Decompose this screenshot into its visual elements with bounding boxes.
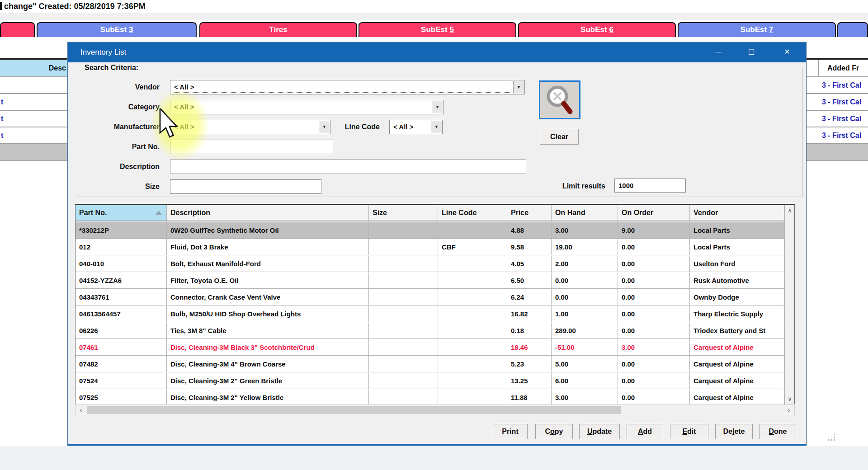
table-row[interactable]: 04152-YZZA6Filter, Toyota O.E. Oil6.500.… [75, 273, 784, 289]
column-header-description[interactable]: Description [167, 205, 369, 221]
cell-part-no-: 07525 [75, 390, 167, 406]
limit-results-input[interactable] [614, 179, 686, 193]
grid-header-row: Part No.DescriptionSizeLine CodePriceOn … [75, 205, 784, 221]
dialog-title: Inventory List [80, 42, 126, 62]
background-row-added-from[interactable]: 3 - First Cal [807, 111, 868, 127]
cell-on-hand: 3.00 [552, 222, 618, 239]
scroll-up-icon[interactable]: ∧ [785, 205, 795, 216]
vendor-combobox[interactable]: < All > ▼ [170, 80, 525, 94]
cell-vendor: Triodex Battery and St [690, 323, 784, 339]
tab-tires[interactable]: Tires [199, 22, 357, 37]
edit-button[interactable]: Edit [670, 424, 708, 439]
background-row-added-from[interactable]: 3 - First Cal [807, 77, 868, 94]
column-header-price[interactable]: Price [507, 205, 552, 221]
table-row[interactable]: 07461Disc, Cleaning-3M Black 3" Scotchbr… [75, 339, 784, 356]
table-row[interactable]: 07525Disc, Cleaning-3M 2" Yellow Bristle… [75, 390, 784, 406]
cell-vendor: Carquest of Alpine [690, 356, 784, 372]
search-button[interactable] [539, 80, 580, 119]
cell-line-code [438, 390, 507, 406]
horizontal-scrollbar[interactable]: ‹ › [75, 404, 795, 415]
cell-description: Disc, Cleaning-3M Black 3" Scotchbrite/C… [167, 339, 369, 356]
cell-size [369, 256, 438, 272]
column-header-part-no-[interactable]: Part No. [75, 205, 167, 221]
cell-on-order: 3.00 [618, 339, 690, 356]
cell-on-order: 0.00 [618, 390, 690, 406]
background-row-added-from[interactable]: 3 - First Cal [807, 127, 868, 144]
cell-part-no-: 06226 [75, 323, 167, 339]
column-header-on-order[interactable]: On Order [618, 205, 690, 221]
scroll-down-icon[interactable]: ∨ [785, 394, 795, 404]
scroll-left-icon[interactable]: ‹ [75, 405, 86, 415]
column-header-vendor[interactable]: Vendor [690, 205, 784, 221]
cell-line-code [438, 289, 507, 306]
background-row-left [0, 77, 67, 94]
line-code-combobox[interactable]: < All > ▼ [389, 120, 443, 134]
cell-line-code: CBF [438, 239, 507, 255]
search-criteria-label: Search Criteria: [82, 64, 141, 72]
chevron-down-icon[interactable]: ▼ [431, 121, 442, 133]
cell-line-code [438, 356, 507, 372]
cell-vendor: Carquest of Alpine [690, 390, 784, 406]
cell-line-code [438, 256, 507, 272]
chevron-down-icon[interactable]: ▼ [432, 101, 443, 113]
close-icon[interactable]: ✕ [777, 42, 797, 62]
cell-vendor: Carquest of Alpine [690, 339, 784, 356]
background-row-added-from[interactable]: 3 - First Cal [807, 94, 868, 111]
column-header-on-hand[interactable]: On Hand [552, 205, 618, 221]
cell-vendor: Uselton Ford [690, 256, 784, 272]
vertical-scrollbar[interactable]: ∧ ∨ [784, 205, 794, 404]
done-button[interactable]: Done [760, 424, 796, 439]
scrollbar-thumb[interactable] [87, 406, 621, 414]
add-button[interactable]: Add [627, 424, 663, 439]
table-row[interactable]: 07482Disc, Cleaning-3M 4" Brown Coarse5.… [75, 356, 784, 373]
application-window: change" Created: 05/28/2019 7:36PM SubEs… [0, 0, 868, 470]
cell-line-code [438, 373, 507, 389]
cell-line-code [438, 339, 507, 356]
copy-button[interactable]: Copy [535, 424, 573, 439]
tab-fragment-left[interactable] [0, 22, 35, 37]
resize-grip[interactable] [828, 434, 835, 441]
cell-price: 5.23 [507, 356, 552, 372]
maximize-icon[interactable]: □ [741, 42, 762, 62]
tab-subest-6[interactable]: SubEst 6 [518, 22, 676, 37]
print-button[interactable]: Print [493, 424, 528, 439]
table-row[interactable]: 06226Ties, 3M 8" Cable0.18289.000.00Trio… [75, 323, 784, 339]
table-row[interactable]: 04613564457Bulb, M250/U HID Shop Overhea… [75, 306, 784, 323]
minimize-icon[interactable]: — [708, 42, 729, 62]
focus-rectangle [172, 82, 511, 93]
table-row[interactable]: 040-010Bolt, Exhaust Manifold-Ford4.052.… [75, 256, 784, 273]
column-header-size[interactable]: Size [369, 205, 438, 221]
cell-part-no-: 012 [75, 239, 167, 255]
category-combobox[interactable]: < All > ▼ [170, 100, 443, 114]
scroll-right-icon[interactable]: › [783, 405, 794, 415]
clear-button[interactable]: Clear [540, 129, 579, 145]
cell-price: 16.82 [507, 306, 552, 322]
description-input[interactable] [170, 160, 526, 174]
tab-fragment-right[interactable] [837, 22, 868, 37]
tab-subest-5[interactable]: SubEst 5 [359, 22, 516, 37]
update-button[interactable]: Update [579, 424, 620, 439]
manufacturer-label: Manufacturer [81, 120, 160, 134]
estimate-tab-strip: SubEst 3TiresSubEst 5SubEst 6SubEst 7 [0, 20, 868, 37]
chevron-down-icon[interactable]: ▼ [513, 81, 524, 94]
cell-on-order: 0.00 [618, 323, 690, 339]
table-row[interactable]: 07524Disc, Cleaning-3M 2" Green Bristle1… [75, 373, 784, 390]
cell-on-hand: 0.00 [552, 289, 618, 306]
tab-subest-7[interactable]: SubEst 7 [678, 22, 836, 37]
background-bottom-band [0, 446, 868, 470]
mouse-pointer-icon [159, 108, 179, 143]
delete-button[interactable]: Delete [715, 424, 753, 439]
tab-subest-3[interactable]: SubEst 3 [37, 22, 197, 37]
table-row[interactable]: 04343761Connector, Crank Case Vent Valve… [75, 289, 784, 306]
dialog-title-bar[interactable]: Inventory List — □ ✕ [68, 42, 806, 62]
cell-part-no-: 07482 [75, 356, 167, 372]
cell-part-no-: 07461 [75, 339, 167, 356]
cell-on-hand: 6.00 [552, 373, 618, 389]
cell-on-order: 9.00 [618, 222, 690, 239]
column-header-line-code[interactable]: Line Code [438, 205, 507, 221]
cell-size [369, 356, 438, 372]
size-input[interactable] [170, 179, 321, 194]
cell-on-hand: -51.00 [552, 339, 618, 356]
table-row[interactable]: 012Fluid, Dot 3 BrakeCBF9.5819.000.00Loc… [75, 239, 784, 256]
table-row[interactable]: *330212P0W20 GulfTec Synthetic Motor Oil… [75, 222, 784, 239]
